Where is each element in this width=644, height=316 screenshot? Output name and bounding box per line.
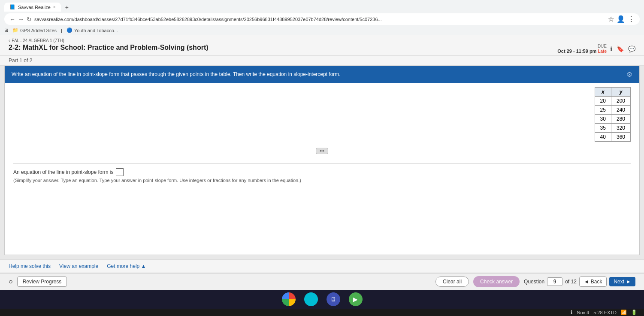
tray-date: Nov 4 xyxy=(577,310,589,315)
next-label: Next xyxy=(614,279,624,285)
footer-left: ○ Review Progress xyxy=(9,276,67,287)
cell-y1: 200 xyxy=(611,97,630,106)
tray-info-icon: ℹ xyxy=(571,310,572,315)
answer-divider xyxy=(13,164,631,164)
table-row: 35 320 xyxy=(595,124,630,133)
part-label: Part 1 of 2 xyxy=(9,58,32,64)
question-body: An equation of the line in point-slope f… xyxy=(5,156,639,196)
help-me-solve-link[interactable]: Help me solve this xyxy=(9,263,51,269)
tab-favicon: 📘 xyxy=(9,4,15,10)
cell-y5: 360 xyxy=(611,133,630,142)
bookmark-divider: | xyxy=(61,28,62,33)
question-label: Question xyxy=(524,279,544,285)
view-example-link[interactable]: View an example xyxy=(59,263,98,269)
radio-icon: ○ xyxy=(9,278,13,286)
apps-icon[interactable]: ⊞ xyxy=(4,27,8,33)
answer-prefix: An equation of the line in point-slope f… xyxy=(13,169,113,175)
new-tab-button[interactable]: + xyxy=(63,4,71,11)
profile-icon[interactable]: 👤 xyxy=(617,15,625,23)
chat-icon[interactable]: 💬 xyxy=(628,46,635,52)
bookmark-icon: 📁 xyxy=(12,27,18,33)
late-badge: Late xyxy=(598,49,607,54)
cell-x2: 25 xyxy=(595,106,611,115)
main-content: ‹ FALL 24 ALGEBRA 1 (7TH) 2-2: MathXL fo… xyxy=(0,35,644,290)
refresh-button[interactable]: ↻ xyxy=(27,16,32,23)
question-number-input[interactable] xyxy=(547,277,562,286)
back-nav-button[interactable]: ◄ Back xyxy=(579,276,607,287)
table-row: 25 240 xyxy=(595,106,630,115)
cell-x5: 40 xyxy=(595,133,611,142)
taskbar: 🖥 ▶ xyxy=(0,290,644,309)
assignment-header: ‹ FALL 24 ALGEBRA 1 (7TH) 2-2: MathXL fo… xyxy=(0,35,644,56)
table-row: 40 360 xyxy=(595,133,630,142)
col-header-y: y xyxy=(611,88,630,97)
question-nav: Question of 12 ◄ Back Next ► xyxy=(524,276,635,287)
footer-right: Clear all Check answer Question of 12 ◄ … xyxy=(435,276,635,287)
simplify-note: (Simplify your answer. Type an equation.… xyxy=(13,178,631,183)
bookmarks-bar: ⊞ 📁 GPS Added Sites | 🔵 Youth and Tobacc… xyxy=(4,27,640,35)
forward-button[interactable]: → xyxy=(18,16,24,23)
url-bar[interactable] xyxy=(34,17,605,22)
question-text: Write an equation of the line in point-s… xyxy=(12,70,626,78)
assignment-title: 2-2: MathXL for School: Practice and Pro… xyxy=(9,44,209,52)
data-table: x y 20 200 25 240 30 280 xyxy=(595,87,631,142)
next-nav-button[interactable]: Next ► xyxy=(609,277,635,286)
check-answer-button[interactable]: Check answer xyxy=(473,276,520,287)
cell-x3: 30 xyxy=(595,115,611,124)
monitor-icon[interactable]: 🖥 xyxy=(327,292,340,306)
ellipsis-indicator: ••• xyxy=(316,148,328,154)
bookmark-save-icon[interactable]: 🔖 xyxy=(617,46,624,52)
footer-bar: ○ Review Progress Clear all Check answer… xyxy=(0,273,644,290)
back-button[interactable]: ← xyxy=(9,16,15,23)
circle-app-icon[interactable] xyxy=(304,292,318,306)
header-icons: ℹ 🔖 💬 xyxy=(610,46,635,52)
table-row: 20 200 xyxy=(595,97,630,106)
more-help-link[interactable]: Get more help ▲ xyxy=(107,263,146,269)
due-info: DUE Oct 29 - 11:59 pm Late xyxy=(557,44,607,54)
nav-bar: ← → ↻ ☆ 👤 ⋮ xyxy=(4,13,640,25)
col-header-x: x xyxy=(595,88,611,97)
tab-bar: 📘 Savvas Realize × + xyxy=(4,3,640,12)
chrome-icon[interactable] xyxy=(282,292,296,306)
info-icon[interactable]: ℹ xyxy=(610,46,612,52)
clear-all-button[interactable]: Clear all xyxy=(435,276,469,287)
browser-chrome: 📘 Savvas Realize × + ← → ↻ ☆ 👤 ⋮ ⊞ 📁 GPS… xyxy=(0,0,644,35)
assignment-title-row: 2-2: MathXL for School: Practice and Pro… xyxy=(9,44,635,54)
review-progress-button[interactable]: Review Progress xyxy=(17,276,67,287)
question-container: Write an equation of the line in point-s… xyxy=(4,66,640,255)
menu-icon[interactable]: ⋮ xyxy=(628,15,635,23)
tab-title: Savvas Realize xyxy=(18,5,51,10)
back-label: Back xyxy=(591,279,602,285)
part-indicator: Part 1 of 2 xyxy=(0,56,644,66)
table-row: 30 280 xyxy=(595,115,630,124)
next-arrow-icon: ► xyxy=(626,279,631,285)
settings-icon[interactable]: ⚙ xyxy=(626,70,632,79)
answer-input-box[interactable] xyxy=(116,168,124,176)
answer-row: An equation of the line in point-slope f… xyxy=(13,168,631,176)
back-arrow-icon: ◄ xyxy=(584,279,589,285)
tab-close-button[interactable]: × xyxy=(53,5,56,9)
cell-x1: 20 xyxy=(595,97,611,106)
back-link[interactable]: ‹ FALL 24 ALGEBRA 1 (7TH) xyxy=(9,38,635,43)
bookmark-tobacco[interactable]: 🔵 Youth and Tobacco... xyxy=(67,27,118,33)
back-chevron-icon: ‹ xyxy=(9,38,10,43)
cell-y4: 320 xyxy=(611,124,630,133)
breadcrumb: FALL 24 ALGEBRA 1 (7TH) xyxy=(12,38,64,43)
cell-y2: 240 xyxy=(611,106,630,115)
active-tab[interactable]: 📘 Savvas Realize × xyxy=(4,3,61,12)
tray-time: 5:28 EXTD xyxy=(593,310,617,315)
battery-icon: 🔋 xyxy=(631,310,637,315)
bookmark-label: GPS Added Sites xyxy=(20,28,57,33)
help-links: Help me solve this View an example Get m… xyxy=(9,263,146,269)
due-section: DUE Oct 29 - 11:59 pm Late ℹ 🔖 💬 xyxy=(557,44,635,54)
due-date: Oct 29 - 11:59 pm xyxy=(557,49,596,54)
bookmark-gps[interactable]: 📁 GPS Added Sites xyxy=(12,27,57,33)
star-icon[interactable]: ☆ xyxy=(608,15,614,23)
cell-x4: 35 xyxy=(595,124,611,133)
play-icon[interactable]: ▶ xyxy=(349,292,363,306)
cell-y3: 280 xyxy=(611,115,630,124)
due-label: DUE xyxy=(557,44,607,49)
system-tray: ℹ Nov 4 5:28 EXTD 📶 🔋 xyxy=(0,309,644,316)
question-total: of 12 xyxy=(565,279,577,285)
dots-separator: ••• xyxy=(5,148,639,154)
